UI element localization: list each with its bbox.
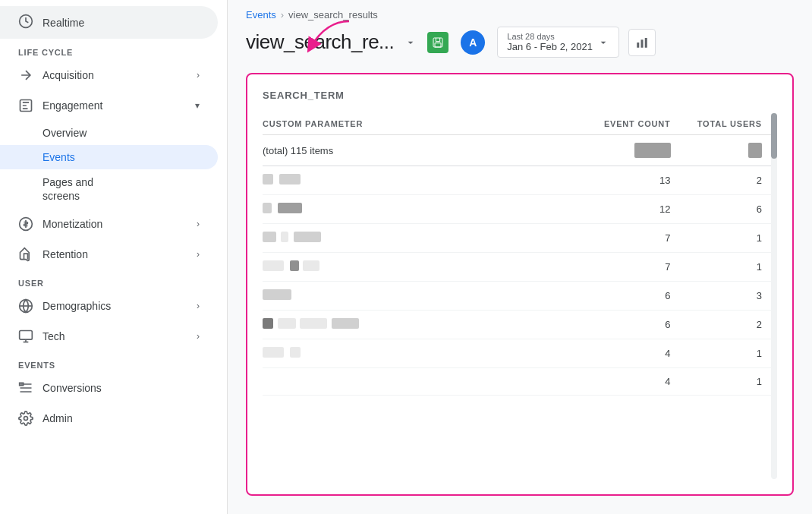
table-row: 4 1	[263, 339, 777, 368]
title-dropdown-button[interactable]	[400, 32, 421, 53]
row-6-param	[263, 311, 561, 339]
col-header-param: CUSTOM PARAMETER	[263, 113, 561, 135]
acquisition-chevron: ›	[197, 70, 200, 80]
engagement-icon	[18, 98, 33, 113]
sidebar-sub-item-events[interactable]: Events	[0, 145, 218, 169]
sidebar-item-monetization[interactable]: Monetization ›	[0, 209, 218, 239]
sidebar-sub-item-pages[interactable]: Pages andscreens	[0, 169, 218, 209]
clock-icon	[18, 14, 33, 31]
row-7-count: 4	[561, 339, 680, 368]
sidebar-sub-item-overview[interactable]: Overview	[0, 121, 218, 145]
breadcrumb: Events › view_search_results	[228, 0, 812, 24]
table-row: 4 1	[263, 368, 777, 396]
date-range-label: Last 28 days	[507, 32, 554, 41]
demographics-label: Demographics	[42, 300, 111, 312]
table-row: 13 2	[263, 166, 777, 195]
col-header-count: EVENT COUNT	[561, 113, 680, 135]
engagement-label: Engagement	[42, 99, 102, 112]
total-users-bar-visual	[748, 143, 762, 158]
total-users-bar	[680, 135, 777, 166]
row-4-count: 7	[561, 253, 680, 282]
retention-icon	[18, 247, 33, 262]
breadcrumb-current: view_search_results	[288, 9, 378, 20]
row-5-count: 6	[561, 282, 680, 311]
row-3-count: 7	[561, 224, 680, 253]
table-scrollbar[interactable]	[771, 113, 777, 479]
svg-rect-11	[637, 43, 639, 48]
table-row: 12 6	[263, 195, 777, 224]
sidebar-item-tech[interactable]: Tech ›	[0, 321, 218, 352]
row-5-users: 3	[680, 282, 777, 311]
retention-label: Retention	[42, 248, 88, 260]
retention-chevron: ›	[197, 249, 200, 260]
sidebar-item-demographics[interactable]: Demographics ›	[0, 291, 218, 321]
table-row: 7 1	[263, 224, 777, 253]
demographics-chevron: ›	[197, 301, 200, 311]
title-bar: view_search_re... A Last 28 days Jan 6 -…	[228, 24, 812, 67]
globe-icon	[18, 298, 33, 314]
row-6-count: 6	[561, 311, 680, 339]
sidebar-item-conversions[interactable]: Conversions	[0, 373, 218, 403]
conversions-icon	[18, 380, 33, 396]
sidebar-item-retention[interactable]: Retention ›	[0, 239, 218, 270]
row-7-users: 1	[680, 339, 777, 368]
total-count-bar-visual	[634, 143, 671, 158]
acquisition-icon	[18, 68, 33, 83]
table-row: 6 2	[263, 311, 777, 339]
breadcrumb-separator: ›	[281, 9, 284, 20]
pages-label: Pages andscreens	[42, 175, 93, 203]
row-4-param	[263, 253, 561, 282]
tech-chevron: ›	[197, 331, 200, 342]
page-title: view_search_re...	[246, 30, 394, 54]
sidebar-item-admin[interactable]: Admin	[0, 403, 218, 434]
date-range-picker[interactable]: Last 28 days Jan 6 - Feb 2, 2021	[497, 27, 619, 58]
content-area: SEARCH_TERM CUSTOM PARAMETER EVENT COUNT…	[228, 67, 812, 514]
sidebar-item-engagement[interactable]: Engagement ▾	[0, 90, 218, 121]
sidebar-item-realtime[interactable]: Realtime	[0, 6, 218, 39]
search-term-card: SEARCH_TERM CUSTOM PARAMETER EVENT COUNT…	[246, 73, 794, 496]
table-scrollbar-thumb[interactable]	[771, 113, 777, 159]
overview-label: Overview	[42, 127, 87, 139]
breadcrumb-events[interactable]: Events	[246, 9, 276, 20]
row-6-users: 2	[680, 311, 777, 339]
events-label: Events	[42, 151, 75, 163]
row-3-param	[263, 224, 561, 253]
col-header-users: TOTAL USERS	[680, 113, 777, 135]
row-8-users: 1	[680, 368, 777, 396]
chart-type-button[interactable]	[628, 29, 656, 56]
monetization-chevron: ›	[197, 219, 200, 229]
row-3-users: 1	[680, 224, 777, 253]
realtime-label: Realtime	[42, 17, 84, 29]
svg-rect-12	[641, 39, 644, 48]
avatar[interactable]: A	[461, 30, 485, 55]
monetization-icon	[18, 216, 33, 232]
table-row: 6 3	[263, 282, 777, 311]
acquisition-label: Acquisition	[42, 69, 94, 81]
engagement-chevron: ▾	[195, 100, 200, 111]
row-1-users: 2	[680, 166, 777, 195]
tech-icon	[18, 329, 33, 344]
svg-point-9	[24, 417, 28, 421]
row-2-users: 6	[680, 195, 777, 224]
row-2-param	[263, 195, 561, 224]
row-1-param	[263, 166, 561, 195]
row-7-param	[263, 339, 561, 368]
row-4-users: 1	[680, 253, 777, 282]
card-title: SEARCH_TERM	[263, 90, 777, 101]
table-row: 7 1	[263, 253, 777, 282]
row-2-count: 12	[561, 195, 680, 224]
table-wrapper[interactable]: CUSTOM PARAMETER EVENT COUNT TOTAL USERS…	[263, 113, 777, 479]
admin-icon	[18, 411, 33, 426]
svg-rect-5	[20, 331, 33, 340]
events-section-label: EVENTS	[0, 352, 227, 373]
sidebar: Realtime LIFE CYCLE Acquisition › Engage…	[0, 0, 228, 514]
save-to-library-button[interactable]	[427, 32, 448, 53]
admin-label: Admin	[42, 412, 73, 424]
total-count-bar	[561, 135, 680, 166]
data-table: CUSTOM PARAMETER EVENT COUNT TOTAL USERS…	[263, 113, 777, 396]
sidebar-item-acquisition[interactable]: Acquisition ›	[0, 60, 218, 90]
row-1-count: 13	[561, 166, 680, 195]
row-8-count: 4	[561, 368, 680, 396]
lifecycle-section-label: LIFE CYCLE	[0, 39, 227, 60]
date-range-value: Jan 6 - Feb 2, 2021	[507, 41, 593, 52]
